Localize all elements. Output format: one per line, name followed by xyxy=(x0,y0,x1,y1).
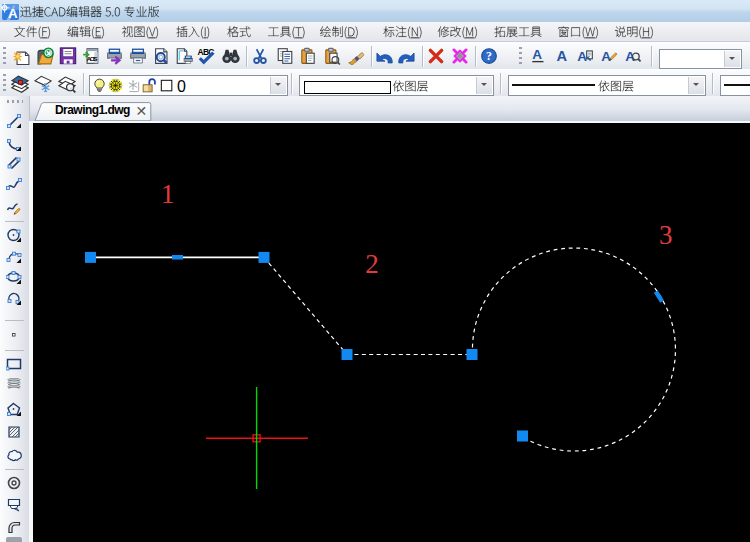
svg-text:A: A xyxy=(532,47,542,62)
svg-text:?: ? xyxy=(486,49,492,63)
svg-text:ACIS: ACIS xyxy=(87,55,98,62)
svg-text:A: A xyxy=(601,49,611,64)
svg-text:A: A xyxy=(8,6,17,20)
svg-text:A: A xyxy=(577,49,587,64)
svg-text:A: A xyxy=(556,48,567,64)
svg-text:A: A xyxy=(625,49,635,64)
